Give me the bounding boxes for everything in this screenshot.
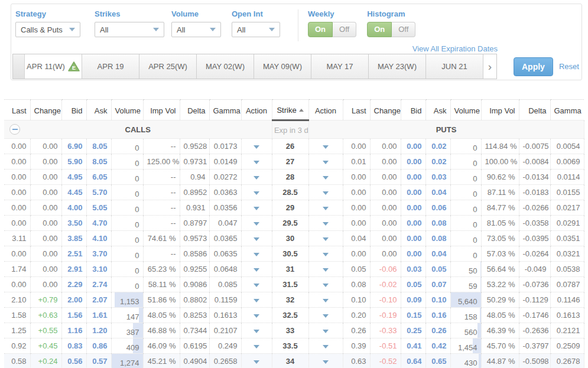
put-header-change[interactable]: Change <box>370 100 401 121</box>
put-ask[interactable]: 0.04 <box>425 185 450 200</box>
weekly-on-button[interactable]: On <box>308 22 333 37</box>
put-bid[interactable]: 0.00 <box>401 216 425 231</box>
strikes-dropdown[interactable]: All <box>95 22 164 37</box>
call-action-dropdown[interactable] <box>241 231 272 246</box>
put-ask[interactable]: 0.16 <box>425 308 450 323</box>
call-ask[interactable]: 8.05 <box>86 154 111 170</box>
call-bid[interactable]: 4.95 <box>61 170 86 185</box>
call-bid[interactable]: 2.00 <box>61 292 86 308</box>
put-ask[interactable]: 0.65 <box>425 354 450 368</box>
put-action-dropdown[interactable] <box>308 231 343 246</box>
put-bid[interactable]: 0.64 <box>401 354 425 368</box>
call-action-dropdown[interactable] <box>241 139 272 154</box>
put-ask[interactable]: 0.02 <box>425 154 450 170</box>
tab-scroll-left-stub[interactable] <box>13 54 25 79</box>
histogram-off-button[interactable]: Off <box>392 22 415 37</box>
call-bid[interactable]: 2.51 <box>61 246 86 262</box>
call-action-dropdown[interactable] <box>241 246 272 262</box>
call-ask[interactable]: 4.70 <box>86 216 111 231</box>
call-bid[interactable]: 0.56 <box>61 354 86 368</box>
put-bid[interactable]: 0.25 <box>401 323 425 338</box>
put-ask[interactable]: 0.05 <box>425 262 450 277</box>
put-header-imp-vol[interactable]: Imp Vol <box>481 100 519 121</box>
call-action-dropdown[interactable] <box>241 292 272 308</box>
put-bid[interactable]: 0.05 <box>401 277 425 292</box>
call-ask[interactable]: 4.10 <box>86 231 111 246</box>
put-action-dropdown[interactable] <box>308 277 343 292</box>
call-header-bid[interactable]: Bid <box>61 100 86 121</box>
call-ask[interactable]: 3.10 <box>86 262 111 277</box>
call-header-volume[interactable]: Volume <box>111 100 143 121</box>
put-header-bid[interactable]: Bid <box>401 100 425 121</box>
call-ask[interactable]: 1.61 <box>86 308 111 323</box>
put-action-dropdown[interactable] <box>308 246 343 262</box>
put-action-dropdown[interactable] <box>308 154 343 170</box>
put-action-dropdown[interactable] <box>308 185 343 200</box>
call-header-action[interactable]: Action <box>241 100 272 121</box>
put-bid[interactable]: 0.00 <box>401 231 425 246</box>
put-bid[interactable]: 0.00 <box>401 170 425 185</box>
put-bid[interactable]: 0.03 <box>401 262 425 277</box>
collapse-group-button[interactable] <box>9 124 20 135</box>
call-bid[interactable]: 1.56 <box>61 308 86 323</box>
call-ask[interactable]: 2.74 <box>86 277 111 292</box>
put-ask[interactable]: 0.26 <box>425 323 450 338</box>
call-action-dropdown[interactable] <box>241 170 272 185</box>
call-action-dropdown[interactable] <box>241 154 272 170</box>
call-header-ask[interactable]: Ask <box>86 100 111 121</box>
strategy-dropdown[interactable]: Calls & Puts <box>15 22 80 37</box>
put-ask[interactable]: 0.06 <box>425 200 450 216</box>
put-ask[interactable]: 0.02 <box>425 139 450 154</box>
put-bid[interactable]: 0.15 <box>401 308 425 323</box>
put-bid[interactable]: 0.41 <box>401 338 425 354</box>
view-all-link-text[interactable]: View All Expiration Dates <box>412 44 498 53</box>
expiration-tab[interactable]: MAY 17 <box>311 54 369 79</box>
call-header-last[interactable]: Last <box>4 100 30 121</box>
call-action-dropdown[interactable] <box>241 338 272 354</box>
strike-header-sorted[interactable]: Strike <box>272 100 308 121</box>
call-ask[interactable]: 3.70 <box>86 246 111 262</box>
call-bid[interactable]: 2.91 <box>61 262 86 277</box>
put-header-gamma[interactable]: Gamma <box>550 100 584 121</box>
call-ask[interactable]: 8.05 <box>86 139 111 154</box>
call-action-dropdown[interactable] <box>241 200 272 216</box>
put-ask[interactable]: 0.42 <box>425 338 450 354</box>
tab-scroll-right-chevron-icon[interactable]: › <box>483 54 496 79</box>
expiration-tab[interactable]: APR 11(W)E <box>25 54 82 79</box>
call-action-dropdown[interactable] <box>241 185 272 200</box>
call-ask[interactable]: 0.86 <box>86 338 111 354</box>
call-bid[interactable]: 5.90 <box>61 154 86 170</box>
expiration-tab[interactable]: MAY 23(W) <box>369 54 426 79</box>
put-header-action[interactable]: Action <box>308 100 343 121</box>
open-int-dropdown[interactable]: All <box>232 22 280 37</box>
put-action-dropdown[interactable] <box>308 139 343 154</box>
put-ask[interactable]: 0.04 <box>425 246 450 262</box>
put-ask[interactable]: 0.08 <box>425 231 450 246</box>
call-action-dropdown[interactable] <box>241 308 272 323</box>
call-bid[interactable]: 3.85 <box>61 231 86 246</box>
put-ask[interactable]: 0.07 <box>425 277 450 292</box>
put-bid[interactable]: 0.00 <box>401 139 425 154</box>
call-bid[interactable]: 4.00 <box>61 200 86 216</box>
put-header-delta[interactable]: Delta <box>519 100 550 121</box>
call-header-change[interactable]: Change <box>30 100 61 121</box>
call-action-dropdown[interactable] <box>241 262 272 277</box>
call-ask[interactable]: 0.57 <box>86 354 111 368</box>
put-ask[interactable]: 0.03 <box>425 170 450 185</box>
put-bid[interactable]: 0.00 <box>401 154 425 170</box>
put-bid[interactable]: 0.00 <box>401 246 425 262</box>
call-bid[interactable]: 3.50 <box>61 216 86 231</box>
call-bid[interactable]: 4.45 <box>61 185 86 200</box>
volume-dropdown[interactable]: All <box>171 22 221 37</box>
call-bid[interactable]: 6.90 <box>61 139 86 154</box>
put-header-ask[interactable]: Ask <box>425 100 450 121</box>
call-ask[interactable]: 5.05 <box>86 200 111 216</box>
put-action-dropdown[interactable] <box>308 338 343 354</box>
call-ask[interactable]: 5.70 <box>86 185 111 200</box>
put-header-volume[interactable]: Volume <box>450 100 481 121</box>
put-action-dropdown[interactable] <box>308 323 343 338</box>
put-action-dropdown[interactable] <box>308 216 343 231</box>
put-action-dropdown[interactable] <box>308 200 343 216</box>
put-action-dropdown[interactable] <box>308 354 343 368</box>
put-bid[interactable]: 0.09 <box>401 292 425 308</box>
